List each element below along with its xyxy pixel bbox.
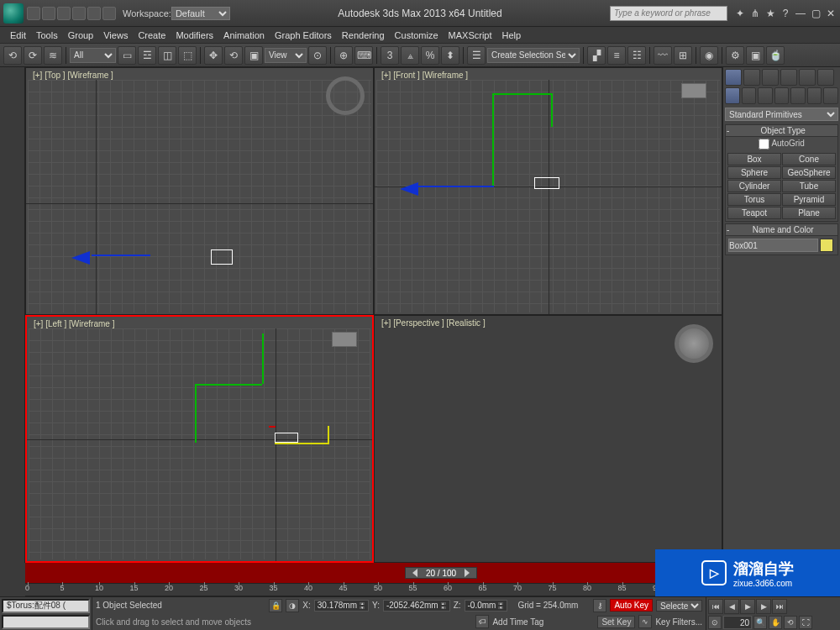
key-filters-button[interactable]: Key Filters... [655,617,702,627]
menu-tools[interactable]: Tools [36,30,58,40]
shapes-tab-icon[interactable] [742,87,757,104]
frame-tick[interactable]: 0 [25,584,29,592]
frame-tick[interactable]: 75 [549,584,557,592]
qat-link-icon[interactable] [102,7,116,20]
link-icon[interactable]: ⟲ [3,46,22,65]
qat-redo-icon[interactable] [87,7,101,20]
minimize-icon[interactable]: — [795,8,806,19]
viewport-front[interactable]: [+] [Front ] [Wireframe ] [374,67,722,315]
favorite-icon[interactable]: ★ [764,8,776,19]
app-icon[interactable] [3,3,24,24]
comm-icon[interactable]: ⋔ [749,8,761,19]
box-object[interactable] [275,433,298,443]
layers-icon[interactable]: ☷ [627,46,646,65]
named-sel-set-select[interactable]: Create Selection Set [487,48,580,63]
spacewarps-tab-icon[interactable] [807,87,822,104]
viewport-front-label[interactable]: [+] [Front ] [Wireframe ] [381,71,468,80]
bind-icon[interactable]: ≋ [44,46,62,65]
frame-tick[interactable]: 15 [130,584,139,592]
primitive-geosphere-button[interactable]: GeoSphere [782,166,836,179]
lights-tab-icon[interactable] [758,87,773,104]
selection-filter-select[interactable]: All [70,48,116,63]
align-icon[interactable]: ≡ [607,46,626,65]
viewport-left[interactable]: [+] [Left ] [Wireframe ] [25,315,374,563]
nav-zoom-icon[interactable]: 🔍 [753,616,767,629]
render-icon[interactable]: 🍵 [766,46,785,65]
menu-help[interactable]: Help [502,30,522,40]
time-slider[interactable]: 20 / 100 [25,563,722,583]
nav-orbit-icon[interactable]: ⟲ [784,616,797,629]
motion-tab-icon[interactable] [780,69,797,86]
set-key-button[interactable]: Set Key [597,616,635,628]
frame-tick[interactable]: 45 [339,584,348,592]
lock-icon[interactable]: 🔒 [269,599,282,612]
frame-tick[interactable]: 25 [200,584,208,592]
next-frame-icon[interactable]: ▶ [756,599,771,614]
key-icon[interactable]: ⚷ [593,599,606,612]
frame-tick[interactable]: 50 [374,584,382,592]
x-coord-input[interactable]: 30.178mm▴▾ [314,600,369,612]
box-object[interactable] [534,177,559,189]
menu-group[interactable]: Group [68,30,94,40]
primitive-plane-button[interactable]: Plane [782,207,836,219]
primitive-sphere-button[interactable]: Sphere [727,166,781,179]
box-object[interactable] [211,249,233,265]
menu-customize[interactable]: Customize [395,30,438,40]
menu-modifiers[interactable]: Modifiers [176,30,213,40]
percent-snap-icon[interactable]: % [421,46,439,65]
object-color-swatch[interactable] [820,239,833,252]
menu-create[interactable]: Create [138,30,165,40]
frame-tick[interactable]: 20 [165,584,173,592]
edit-named-sel-icon[interactable]: ☰ [467,46,486,65]
hierarchy-tab-icon[interactable] [762,69,779,86]
pivot-icon[interactable]: ⊙ [308,46,327,65]
manipulate-icon[interactable]: ⊕ [334,46,353,65]
primitive-box-button[interactable]: Box [727,153,781,165]
viewport-left-label[interactable]: [+] [Left ] [Wireframe ] [34,319,114,328]
workspace-select[interactable]: Default [171,7,230,20]
unlink-icon[interactable]: ⟳ [24,46,42,65]
select-name-icon[interactable]: ☲ [138,46,156,65]
frame-tick[interactable]: 80 [583,584,591,592]
help-star-icon[interactable]: ✦ [734,8,746,19]
primitive-teapot-button[interactable]: Teapot [727,207,781,219]
display-tab-icon[interactable] [799,69,816,86]
nav-max-icon[interactable]: ⛶ [799,616,812,629]
angle-snap-icon[interactable]: ⟁ [401,46,419,65]
frame-tick[interactable]: 10 [95,584,103,592]
help-search-input[interactable] [610,6,727,21]
qat-undo-icon[interactable] [72,7,86,20]
prev-frame-icon[interactable]: ◀ [724,599,739,614]
help-icon[interactable]: ? [780,8,791,19]
maxscript-input[interactable] [2,615,90,629]
primitive-cylinder-button[interactable]: Cylinder [727,180,781,192]
key-target-select[interactable]: Selected [656,600,702,612]
frame-tick[interactable]: 55 [409,584,417,592]
time-scrub-handle[interactable]: 20 / 100 [405,567,477,579]
menu-maxscript[interactable]: MAXScript [449,30,492,40]
frame-tick[interactable]: 70 [513,584,522,592]
systems-tab-icon[interactable] [823,87,838,104]
frame-tick[interactable]: 65 [479,584,487,592]
select-object-icon[interactable]: ▭ [118,46,136,65]
modify-tab-icon[interactable] [743,69,760,86]
render-frame-icon[interactable]: ▣ [746,46,764,65]
menu-rendering[interactable]: Rendering [342,30,385,40]
current-frame-input[interactable] [723,616,752,629]
frame-tick[interactable]: 5 [60,584,65,592]
viewcube-icon[interactable] [332,332,357,347]
viewport-top-label[interactable]: [+] [Top ] [Wireframe ] [33,71,113,80]
keyboard-icon[interactable]: ⌨ [354,46,373,65]
viewcube-icon[interactable] [326,76,365,115]
goto-start-icon[interactable]: ⏮ [708,599,723,614]
move-icon[interactable]: ✥ [204,46,223,65]
select-region-icon[interactable]: ◫ [158,46,176,65]
frame-ruler[interactable]: 0510152025303540455055606570758085909510… [25,583,722,596]
category-select[interactable]: Standard Primitives [725,108,838,121]
qat-save-icon[interactable] [57,7,71,20]
primitive-pyramid-button[interactable]: Pyramid [782,193,836,206]
menu-views[interactable]: Views [103,30,128,40]
auto-key-button[interactable]: Auto Key [610,599,653,612]
close-icon[interactable]: ✕ [825,8,837,19]
frame-tick[interactable]: 60 [444,584,452,592]
